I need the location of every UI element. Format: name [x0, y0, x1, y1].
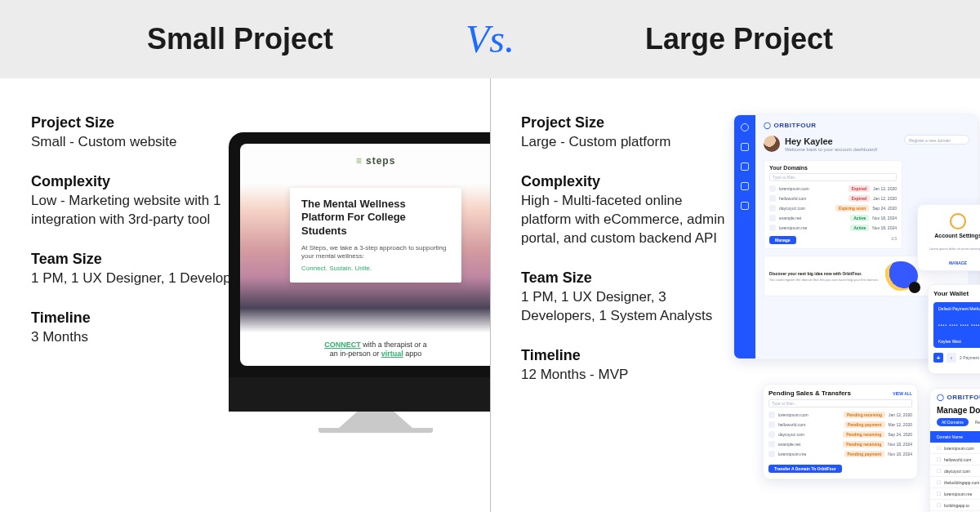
grid-icon[interactable]	[741, 143, 749, 151]
complexity-label: Complexity	[521, 173, 733, 190]
size-label: Project Size	[31, 114, 243, 131]
domains-title: Your Domains	[769, 165, 897, 171]
hero-body: At Steps, we take a 3-step approach to s…	[301, 244, 450, 261]
settings-title: Account Settings	[923, 233, 980, 238]
dashboard-cluster: ORBITFOUR Register a new domain Hey Kayl…	[733, 114, 980, 506]
pending-row[interactable]: example.netPending receivingNov 18, 2024	[768, 439, 912, 449]
steps-logo: steps	[356, 155, 396, 167]
wallet-title: Your Wallet	[933, 290, 980, 297]
pending-row[interactable]: daycoyuz.comPending receivingSep 24, 202…	[768, 430, 912, 439]
size-label: Project Size	[521, 114, 733, 131]
manage-row[interactable]: helloworld.com	[930, 454, 980, 465]
header-title-small: Small Project	[147, 22, 333, 56]
filter-input[interactable]: Type to filter...	[769, 173, 897, 181]
greeting-name: Hey Kaylee	[785, 136, 878, 146]
wallet-icon[interactable]	[741, 163, 749, 171]
settings-sub: Lorem ipsum dolor sit amet consing elit.	[929, 247, 980, 251]
settings-icon[interactable]	[741, 202, 749, 210]
domain-row[interactable]: loremipsum.comExpiredJan 12, 2020	[769, 184, 897, 194]
timeline-value: 3 Months	[31, 328, 243, 347]
domain-row[interactable]: example.netActiveNov 18, 2024	[769, 213, 897, 223]
gear-icon	[950, 213, 966, 229]
imac-foot	[318, 428, 433, 433]
promo-title: Discover your next big idea now with Orb…	[769, 271, 879, 276]
hero-accent: Connect. Sustain. Unite.	[301, 265, 450, 273]
brand-logo: ORBITFOUR	[764, 122, 969, 129]
comparison-header: Small Project Vs. Large Project	[0, 0, 980, 78]
promo-illustration-icon	[884, 261, 918, 291]
transfer-button[interactable]: Transfer A Domain To OrbitFour	[768, 465, 842, 473]
manage-row[interactable]: loremipsum.me	[930, 488, 980, 500]
settings-manage-link[interactable]: MANAGE	[949, 260, 967, 265]
team-value: 1 PM, 1 UX Designer, 3 Developers, 1 Sys…	[521, 288, 733, 326]
prev-card-button[interactable]: ‹	[947, 353, 956, 363]
wallet-card: Your Wallet Default Payment Method VISA …	[928, 284, 980, 374]
tab-renewals[interactable]: Renewals	[972, 418, 980, 426]
header-title-large: Large Project	[645, 22, 833, 56]
pending-card: Pending Sales & Transfers VIEW ALL Type …	[763, 384, 918, 479]
hero-subline: CONNECT with a therapist or a an in-pers…	[240, 341, 490, 359]
fact-complexity: Complexity High - Multi-faceted online p…	[521, 173, 733, 248]
card-number: •••• •••• •••• ••••	[938, 323, 980, 327]
timeline-value: 12 Months - MVP	[521, 366, 733, 385]
add-payment-button[interactable]: +	[933, 353, 943, 363]
fact-complexity: Complexity Low - Marketing website with …	[31, 173, 243, 229]
account-settings-card: Account Settings Lorem ipsum dolor sit a…	[917, 204, 980, 271]
tab-all-domains[interactable]: All Domains	[937, 418, 969, 426]
pending-filter-input[interactable]: Type to filter...	[768, 399, 912, 407]
manage-row[interactable]: buildingapp.io	[930, 500, 980, 511]
th-domain: Domain Name	[937, 434, 963, 439]
greeting-sub: Welcome back to your account dashboard!	[785, 147, 878, 152]
pending-row[interactable]: loremipsum.mePending paymentNov 18, 2024	[768, 449, 912, 459]
vs-icon: Vs.	[466, 20, 514, 59]
manage-button[interactable]: Manage	[769, 236, 796, 244]
pending-row[interactable]: helloworld.comPending paymentMar 12, 202…	[768, 420, 912, 430]
manage-row[interactable]: loremipsum.com	[930, 443, 980, 454]
domains-widget: Your Domains Type to filter... loremipsu…	[764, 160, 902, 249]
size-value: Small - Custom website	[31, 133, 243, 152]
pending-row[interactable]: loremipsum.comPending receivingJan 12, 2…	[768, 410, 912, 420]
complexity-value: Low - Marketing website with 1 integrati…	[31, 192, 243, 229]
credit-card: Default Payment Method VISA •••• •••• ••…	[933, 302, 980, 348]
search-input[interactable]: Register a new domain	[904, 135, 969, 145]
complexity-value: High - Multi-faceted online platform wit…	[521, 192, 733, 248]
large-project-panel: Project Size Large - Custom platform Com…	[490, 78, 980, 512]
fact-team: Team Size 1 PM, 1 UX Designer, 3 Develop…	[521, 269, 733, 326]
complexity-label: Complexity	[31, 173, 243, 190]
small-project-panel: Project Size Small - Custom website Comp…	[0, 78, 490, 512]
avatar	[764, 136, 780, 152]
imac-stand	[339, 412, 412, 428]
team-label: Team Size	[521, 269, 733, 287]
manage-row[interactable]: daycoyuz.com	[930, 465, 980, 477]
manage-title: Manage Domains	[930, 406, 980, 418]
transfer-icon[interactable]	[741, 182, 749, 190]
hero-title: The Mental Wellness Platform For College…	[301, 198, 450, 238]
fact-team: Team Size 1 PM, 1 UX Designer, 1 Develop…	[31, 251, 243, 288]
fact-size: Project Size Large - Custom platform	[521, 114, 733, 152]
imac-chin	[229, 377, 490, 412]
domain-row[interactable]: helloworld.comExpiredJan 12, 2020	[769, 194, 897, 203]
manage-row[interactable]: thebuildingapp.com	[930, 477, 980, 488]
size-value: Large - Custom platform	[521, 133, 733, 152]
card-holder: Kaylee West	[938, 339, 961, 344]
timeline-label: Timeline	[521, 347, 733, 364]
pager: 1/3	[891, 236, 897, 241]
fact-timeline: Timeline 12 Months - MVP	[521, 347, 733, 385]
domain-row[interactable]: loremipsum.meActiveNov 18, 2024	[769, 223, 897, 233]
team-value: 1 PM, 1 UX Designer, 1 Developer	[31, 269, 243, 288]
domain-row[interactable]: daycoyuz.comExpiring soonSep 24, 2020	[769, 203, 897, 213]
promo-sub: You could register the domain that lets …	[769, 278, 879, 282]
manage-domains-card: ORBITFOUR Manage Domains All Domains Ren…	[929, 388, 980, 512]
pending-viewall-link[interactable]: VIEW ALL	[893, 391, 912, 396]
wallet-count: 2 Payment Methods	[960, 355, 980, 360]
notch-icon	[353, 132, 399, 143]
brand-logo: ORBITFOUR	[937, 394, 980, 401]
hero-card: The Mental Wellness Platform For College…	[290, 188, 461, 283]
fact-timeline: Timeline 3 Months	[31, 309, 243, 347]
imac-mockup: steps The Mental Wellness Platform For C…	[229, 132, 490, 433]
timeline-label: Timeline	[31, 309, 243, 327]
home-icon[interactable]	[741, 123, 749, 131]
sidebar	[734, 115, 755, 358]
pending-title: Pending Sales & Transfers	[768, 390, 851, 397]
team-label: Team Size	[31, 251, 243, 268]
